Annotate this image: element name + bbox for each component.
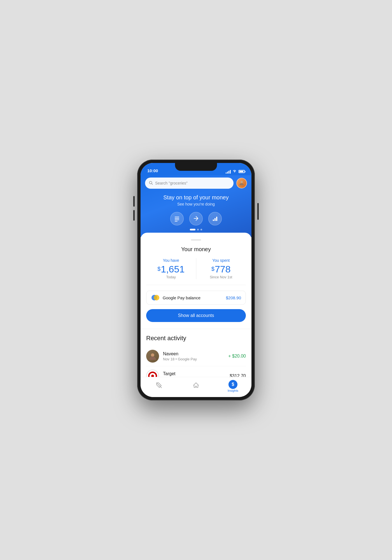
activity-left-naveen: Naveen Nov 18 • Google Pay (146, 350, 197, 363)
nav-home[interactable] (178, 382, 214, 390)
target-meta: Oct 29 (163, 377, 175, 377)
signal-icon (226, 170, 231, 174)
svg-point-2 (241, 181, 243, 183)
wifi-icon (232, 169, 237, 174)
svg-point-11 (154, 295, 159, 300)
dot-1 (190, 229, 195, 230)
hero-section: Stay on top of your money See how you're… (145, 194, 247, 206)
search-row: Search "groceries" (145, 178, 247, 189)
nav-insights[interactable]: $ Insights (214, 380, 251, 392)
battery-icon (239, 170, 245, 173)
hero-title: Stay on top of your money (145, 194, 247, 201)
target-logo (146, 370, 159, 377)
activity-info-target: Target Oct 29 (163, 371, 175, 377)
hero-subtitle: See how you're doing (145, 202, 247, 206)
show-all-accounts-button[interactable]: Show all accounts (146, 309, 246, 322)
naveen-meta: Nov 18 • Google Pay (163, 357, 197, 361)
drag-handle (191, 239, 201, 241)
gpay-balance-amount: $208.90 (226, 295, 241, 300)
svg-point-12 (151, 353, 154, 357)
your-money-title: Your money (146, 246, 246, 253)
power-button[interactable] (257, 203, 259, 220)
you-spent-dollar: $ (211, 266, 214, 272)
svg-rect-4 (175, 218, 179, 219)
action-send-button[interactable] (189, 212, 203, 225)
you-have-amount: $ 1,651 (146, 264, 196, 274)
you-have-value: 1,651 (161, 264, 185, 274)
recent-activity-title: Recent activity (146, 335, 246, 342)
volume-up-button[interactable] (133, 196, 135, 207)
status-time: 10:00 (147, 168, 158, 174)
offers-icon (156, 382, 162, 390)
dot-3 (200, 229, 202, 230)
dot-2 (197, 229, 199, 230)
search-placeholder: Search "groceries" (155, 181, 188, 185)
insights-label: Insights (228, 389, 238, 392)
notch (175, 163, 217, 171)
svg-rect-9 (216, 217, 217, 221)
you-have-col: You have $ 1,651 Today (146, 258, 196, 279)
volume-down-button[interactable] (133, 210, 135, 221)
you-spent-col: You spent $ 778 Since Nov 1st (196, 258, 246, 279)
you-spent-label: You spent (196, 258, 246, 263)
gpay-icon (151, 294, 160, 301)
svg-rect-3 (175, 217, 179, 217)
svg-line-1 (152, 183, 153, 185)
card-section: Your money You have $ 1,651 Today You sp… (141, 233, 251, 377)
naveen-avatar (146, 350, 159, 363)
action-chart-button[interactable] (208, 212, 222, 225)
svg-rect-6 (175, 221, 178, 221)
activity-item-target[interactable]: Target Oct 29 $312.70 (146, 366, 246, 377)
you-spent-value: 778 (215, 264, 231, 274)
carousel-dots (145, 229, 247, 230)
balance-left: Google Pay balance (151, 294, 200, 301)
home-icon (193, 382, 199, 390)
svg-rect-8 (214, 218, 216, 221)
nav-offers[interactable] (141, 382, 178, 390)
phone-frame: 10:00 (137, 160, 255, 400)
gpay-balance-row[interactable]: Google Pay balance $208.90 (146, 291, 246, 305)
search-bar[interactable]: Search "groceries" (145, 178, 234, 189)
insights-badge: $ (228, 380, 237, 389)
you-have-desc: Today (146, 275, 196, 279)
money-row: You have $ 1,651 Today You spent $ 778 S… (146, 258, 246, 285)
activity-info-naveen: Naveen Nov 18 • Google Pay (163, 351, 197, 361)
divider (141, 329, 251, 329)
insights-badge-icon: $ (232, 382, 234, 387)
target-name: Target (163, 371, 175, 376)
quick-actions (145, 212, 247, 225)
you-spent-amount: $ 778 (196, 264, 246, 274)
action-list-button[interactable] (170, 212, 184, 225)
svg-rect-7 (213, 220, 214, 221)
target-amount: $312.70 (230, 374, 246, 377)
svg-rect-5 (175, 220, 179, 220)
avatar[interactable] (236, 178, 247, 188)
you-have-dollar: $ (157, 266, 160, 272)
you-spent-desc: Since Nov 1st (196, 275, 246, 279)
phone-screen: 10:00 (141, 163, 251, 397)
naveen-amount: + $20.00 (228, 354, 246, 359)
bottom-nav: $ Insights (141, 377, 251, 397)
you-have-label: You have (146, 258, 196, 263)
header-section: Search "groceries" Stay on top of your m… (141, 175, 251, 237)
activity-item-naveen[interactable]: Naveen Nov 18 • Google Pay + $20.00 (146, 346, 246, 366)
search-icon (149, 181, 153, 186)
gpay-balance-name: Google Pay balance (163, 295, 200, 300)
status-icons (226, 169, 245, 174)
naveen-name: Naveen (163, 351, 197, 356)
activity-left-target: Target Oct 29 (146, 370, 175, 377)
